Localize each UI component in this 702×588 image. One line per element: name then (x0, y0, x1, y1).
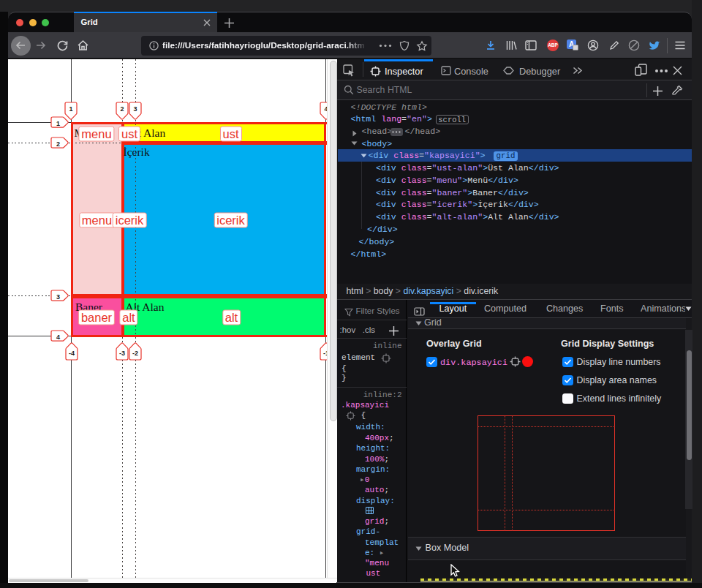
svg-text:1: 1 (56, 120, 60, 127)
svg-text:-2: -2 (132, 350, 138, 357)
svg-text:3: 3 (133, 105, 137, 113)
svg-text:1: 1 (69, 105, 72, 113)
svg-text:3: 3 (56, 293, 60, 301)
svg-text:4: 4 (56, 333, 60, 341)
svg-text:-4: -4 (69, 350, 75, 357)
svg-text:2: 2 (56, 140, 60, 148)
svg-text:2: 2 (120, 105, 124, 113)
svg-text:-3: -3 (119, 350, 125, 357)
